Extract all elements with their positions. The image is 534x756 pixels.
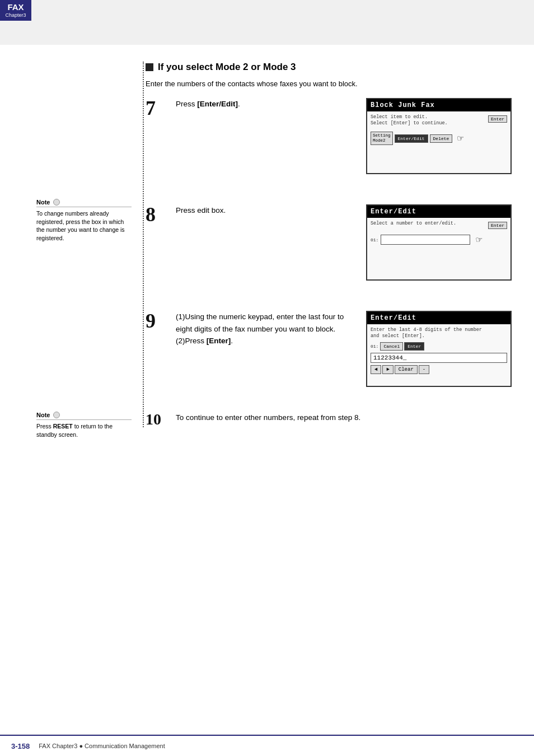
step-10-content: To continue to enter other numbers, repe… [176,412,512,424]
note-1-label: Note [36,199,132,207]
setting-mode2-btn[interactable]: SettingMode2 [371,132,393,145]
section-heading-text: If you select Mode 2 or Mode 3 [158,62,296,73]
step-10-section: Note Press RESET to return to the standb… [146,412,512,427]
note-2-circle [53,412,60,418]
screen-9-enter-btn[interactable]: Enter [404,342,424,351]
step-7-row: 7 Press [Enter/Edit]. Block Junk Fax Ent… [146,98,512,188]
section-heading: If you select Mode 2 or Mode 3 [146,62,512,73]
screen-8-title: Enter/Edit [367,206,510,218]
screen-8-enter-btn[interactable]: Enter [488,222,507,229]
main-content: If you select Mode 2 or Mode 3 Enter the… [0,45,534,734]
screen-8-field-label: 01: [371,237,378,242]
step-9-number: 9 [146,311,168,331]
note-2-box: Note Press RESET to return to the standb… [36,412,132,438]
reset-bold: RESET [53,423,73,430]
screen-9-cancel-btn[interactable]: Cancel [380,342,403,351]
screen-9-title: Enter/Edit [367,312,510,324]
cursor-8: ☞ [476,234,482,246]
screen-7-title: Block Junk Fax [367,99,510,111]
note-2-label-text: Note [36,412,50,418]
step-9-content: (1)Using the numeric keypad, enter the l… [176,311,355,347]
nav-right-btn[interactable]: ► [382,365,393,374]
step-7-content: Press [Enter/Edit]. [176,98,355,110]
step-9-row: 9 (1)Using the numeric keypad, enter the… [146,311,512,400]
footer-page: 3-158 [11,742,30,750]
section-header: If you select Mode 2 or Mode 3 Enter the… [146,62,512,88]
delete-btn[interactable]: Delete [430,134,453,143]
nav-left-btn[interactable]: ◄ [371,365,381,374]
screen-9-body: Enter the last 4-8 digits of the numbera… [367,324,510,386]
step-7-number: 7 [146,98,168,118]
screen-9-subtitle: Enter the last 4-8 digits of the numbera… [371,327,507,339]
step-8-row: 8 Press edit box. Enter/Edit Enter Selec… [146,204,512,294]
footer: 3-158 FAX Chapter3 ● Communication Manag… [0,735,534,756]
screen-7-subtitle1: Select item to edit.Select [Enter] to co… [371,114,507,127]
step-10-inner: 10 To continue to enter other numbers, r… [146,412,512,427]
note-2-label: Note [36,412,132,420]
intro-text: Enter the numbers of the contacts whose … [146,80,512,88]
enter-edit-screen-2: Enter/Edit Enter the last 4-8 digits of … [366,311,512,387]
note-1-box: Note To change numbers already registere… [36,199,132,242]
steps-area: If you select Mode 2 or Mode 3 Enter the… [34,62,512,427]
screen-9-field-label: 01: [371,344,378,349]
enter-edit-btn[interactable]: Enter/Edit [395,134,428,143]
step-8-content: Press edit box. [176,204,355,217]
fax-chapter-badge: FAX Chapter3 [0,0,31,21]
heading-square-icon [146,63,153,71]
step-7-bold: [Enter/Edit] [197,100,238,108]
screen-9-field-row: 01: Cancel Enter [371,342,507,351]
footer-text: FAX Chapter3 ● Communication Management [39,743,165,749]
block-junk-fax-screen: Block Junk Fax Enter Select item to edit… [366,98,512,174]
chapter-label: Chapter3 [1,12,30,18]
screen-8-subtitle: Select a number to enter/edit. [371,221,507,227]
step-8-screen: Enter/Edit Enter Select a number to ente… [366,204,512,281]
note-1-container: Note To change numbers already registere… [146,204,512,294]
screen-7-body: Enter Select item to edit.Select [Enter]… [367,111,510,173]
screen-7-enter-btn[interactable]: Enter [488,115,507,123]
note-1-label-text: Note [36,199,50,206]
note-1-circle [53,199,60,206]
dash-btn[interactable]: - [419,365,429,374]
fax-title: FAX [1,2,30,12]
step-9-screen: Enter/Edit Enter the last 4-8 digits of … [366,311,512,387]
enter-edit-screen: Enter/Edit Enter Select a number to ente… [366,204,512,281]
step-9-inner: 9 (1)Using the numeric keypad, enter the… [146,311,512,387]
screen-8-field-row: 01: ☞ [371,234,507,246]
step-10-row: 10 To continue to enter other numbers, r… [146,412,512,427]
step-8-number: 8 [146,204,168,225]
screen-7-buttons: SettingMode2 Enter/Edit Delete ☞ [371,132,507,145]
clear-btn[interactable]: Clear [395,365,418,374]
note-2-text: Press RESET to return to the standby scr… [36,422,132,438]
screen-8-body: Enter Select a number to enter/edit. 01:… [367,218,510,279]
step-7-inner: 7 Press [Enter/Edit]. Block Junk Fax Ent… [146,98,512,174]
note-1-text: To change numbers already registered, pr… [36,209,132,242]
step-9-bold: [Enter] [207,337,231,345]
step-7-screen: Block Junk Fax Enter Select item to edit… [366,98,512,174]
step-8-inner: 8 Press edit box. Enter/Edit Enter Selec… [146,204,512,281]
step-10-number: 10 [146,412,168,427]
cursor-7: ☞ [457,132,463,144]
dotted-divider [143,62,144,427]
screen-9-number-display: 11223344_ [371,353,507,363]
screen-8-field[interactable] [381,235,470,245]
screen-9-nav-buttons: ◄ ► Clear - [371,365,507,374]
